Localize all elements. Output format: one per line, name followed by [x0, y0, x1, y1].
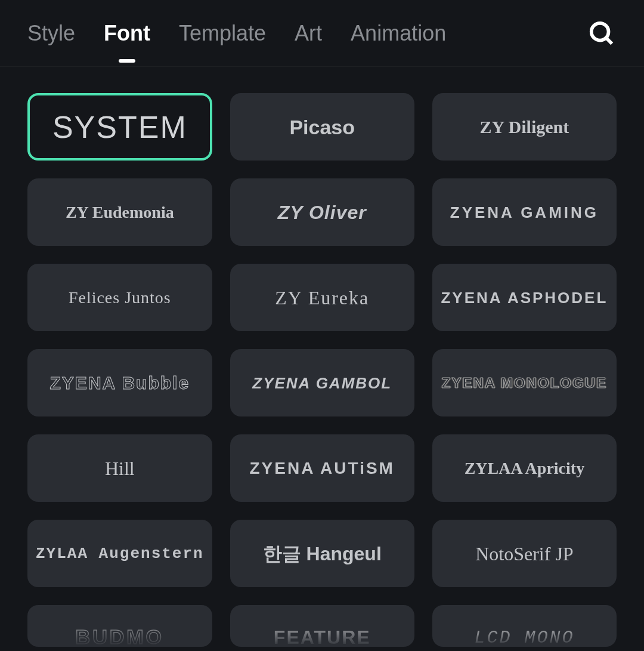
svg-point-0	[592, 23, 609, 40]
font-card-eudemonia[interactable]: ZY Eudemonia	[27, 178, 212, 246]
font-card-notoserif[interactable]: NotoSerif JP	[432, 520, 617, 587]
font-card-oliver[interactable]: ZY Oliver	[230, 178, 414, 246]
font-card-feature[interactable]: FEATURE	[230, 605, 414, 647]
font-label: BUDMO	[76, 627, 164, 647]
font-card-lcd[interactable]: LCD MONO	[432, 605, 617, 647]
font-label: 한글 Hangeul	[263, 544, 382, 563]
font-label: LCD MONO	[474, 629, 574, 647]
font-card-apricity[interactable]: ZYLAA Apricity	[432, 434, 617, 502]
font-grid-container: SYSTEMPicasoZY DiligentZY EudemoniaZY Ol…	[0, 67, 644, 651]
font-grid: SYSTEMPicasoZY DiligentZY EudemoniaZY Ol…	[27, 93, 617, 647]
header-bar: Style Font Template Art Animation	[0, 0, 644, 67]
font-card-system[interactable]: SYSTEM	[27, 93, 212, 161]
tab-list: Style Font Template Art Animation	[27, 4, 446, 63]
font-label: ZYENA Bubble	[50, 374, 190, 392]
font-card-picaso[interactable]: Picaso	[230, 93, 414, 161]
font-label: ZY Diligent	[480, 118, 569, 136]
font-card-eureka[interactable]: ZY Eureka	[230, 264, 414, 331]
font-card-gambol[interactable]: ZYENA GAMBOL	[230, 349, 414, 416]
font-label: ZY Eudemonia	[66, 204, 174, 221]
font-label: FEATURE	[274, 628, 371, 647]
tab-font[interactable]: Font	[104, 4, 150, 63]
font-card-asphodel[interactable]: ZYENA ASPHODEL	[432, 264, 617, 331]
font-card-hill[interactable]: Hill	[27, 434, 212, 502]
font-label: Picaso	[289, 117, 355, 137]
tab-animation[interactable]: Animation	[351, 4, 446, 63]
font-label: ZYLAA Augenstern	[36, 546, 204, 561]
font-label: ZYENA MONOLOGUE	[442, 376, 607, 390]
tab-template[interactable]: Template	[179, 4, 266, 63]
font-label: Hill	[105, 459, 135, 478]
font-card-augenstern[interactable]: ZYLAA Augenstern	[27, 520, 212, 587]
search-button[interactable]	[587, 18, 617, 48]
font-label: ZYENA GAMING	[450, 205, 599, 220]
font-card-bubble[interactable]: ZYENA Bubble	[27, 349, 212, 416]
svg-line-1	[606, 38, 612, 44]
font-label: ZY Eureka	[275, 288, 369, 307]
font-label: ZY Oliver	[278, 203, 367, 222]
font-label: ZYLAA Apricity	[465, 460, 584, 477]
tab-style[interactable]: Style	[27, 4, 75, 63]
font-card-gaming[interactable]: ZYENA GAMING	[432, 178, 617, 246]
font-card-hangeul[interactable]: 한글 Hangeul	[230, 520, 414, 587]
font-card-diligent[interactable]: ZY Diligent	[432, 93, 617, 161]
font-label: Felices Juntos	[69, 289, 171, 306]
font-card-monologue[interactable]: ZYENA MONOLOGUE	[432, 349, 617, 416]
font-card-felices[interactable]: Felices Juntos	[27, 264, 212, 331]
font-card-budmo[interactable]: BUDMO	[27, 605, 212, 647]
search-icon	[588, 20, 615, 47]
font-label: SYSTEM	[52, 112, 187, 143]
font-label: ZYENA AUTiSM	[250, 460, 395, 477]
font-label: ZYENA GAMBOL	[252, 375, 392, 391]
font-card-autism[interactable]: ZYENA AUTiSM	[230, 434, 414, 502]
font-label: NotoSerif JP	[475, 544, 573, 563]
font-label: ZYENA ASPHODEL	[441, 290, 608, 306]
tab-art[interactable]: Art	[295, 4, 322, 63]
